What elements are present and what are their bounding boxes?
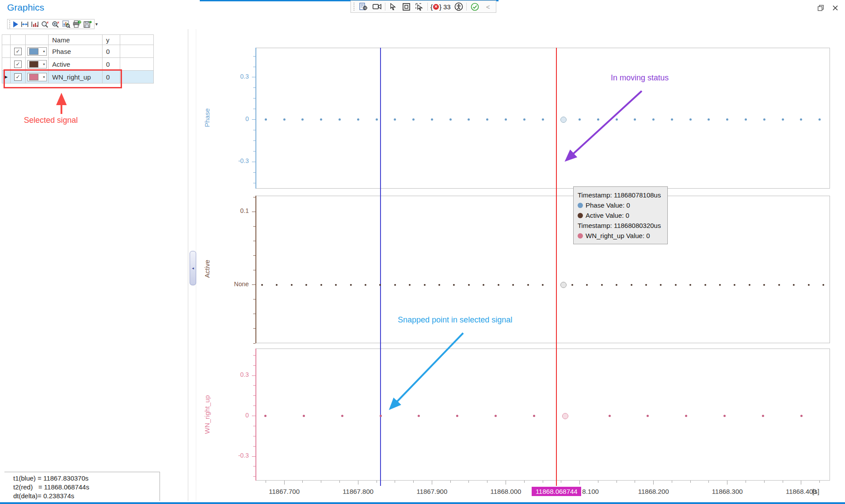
tooltip-wn-value: WN_right_up Value: 0 — [586, 231, 650, 241]
data-point — [409, 284, 411, 286]
signal-name[interactable]: Active — [49, 58, 103, 70]
y-tick-label: None — [205, 280, 249, 288]
color-dropdown[interactable]: ▾ — [27, 60, 47, 68]
datapoint-tooltip: Timestamp: 11868078108us Phase Value: 0 … — [573, 186, 668, 244]
splitter-collapse-handle[interactable]: ◂ — [190, 251, 196, 285]
data-point — [719, 284, 721, 286]
y-minor-tick — [253, 255, 255, 256]
close-window-button[interactable] — [830, 3, 841, 13]
measurement-toolbar: { ✕ } 33 < — [350, 0, 496, 13]
y-minor-tick — [253, 270, 255, 270]
snapped-point-Phase — [560, 117, 567, 123]
y-major-tick — [252, 119, 255, 120]
export-icon[interactable] — [84, 19, 92, 29]
x-major-tick — [727, 481, 727, 485]
data-point — [512, 284, 514, 286]
fit-y-axis-icon[interactable] — [31, 19, 39, 29]
y-minor-tick — [253, 436, 255, 436]
header-name[interactable]: Name — [49, 35, 103, 45]
cursor-line-t2-red[interactable] — [556, 48, 557, 481]
tooltip-active-value: Active Value: 0 — [586, 210, 629, 220]
restore-window-button[interactable] — [815, 3, 826, 13]
data-point — [261, 284, 263, 286]
signal-name[interactable]: Phase — [49, 45, 103, 57]
y-minor-tick — [253, 241, 255, 241]
zoom-x-in-icon[interactable]: x — [52, 19, 60, 29]
print-icon[interactable]: ? — [72, 19, 81, 29]
toolbar-grip[interactable] — [9, 20, 10, 28]
x-minor-tick — [468, 481, 469, 483]
data-point — [376, 118, 378, 121]
checkbox-cell: ✓ — [11, 58, 26, 70]
collapse-chevron-icon[interactable]: < — [483, 2, 493, 11]
visibility-checkbox[interactable]: ✓ — [14, 61, 22, 68]
data-point — [808, 284, 810, 286]
y-axis-line-Phase — [255, 48, 256, 189]
filler-cell — [120, 45, 154, 57]
x-minor-tick — [561, 481, 561, 483]
color-cell: ▾ — [26, 45, 49, 57]
data-point — [631, 284, 632, 286]
check-icon[interactable] — [469, 2, 480, 11]
table-row-phase[interactable]: ✓ ▾ Phase 0 — [2, 45, 154, 58]
x-major-tick — [432, 481, 432, 485]
camera-icon[interactable] — [372, 2, 382, 11]
y-minor-tick — [253, 395, 255, 396]
frame-icon[interactable] — [401, 2, 411, 11]
plot-frame-Active[interactable] — [255, 196, 830, 343]
data-point — [449, 118, 452, 121]
x-tick-label: 11867.900 — [405, 488, 458, 495]
row-marker-cell — [2, 45, 11, 57]
accessibility-icon[interactable] — [453, 2, 464, 11]
data-point — [609, 415, 611, 417]
toolbar-grip[interactable] — [354, 3, 356, 11]
pointer-icon[interactable] — [388, 2, 399, 11]
x-minor-tick — [543, 481, 543, 483]
x-minor-tick — [764, 481, 765, 483]
graphics-toolbar: x x ? ▼ — [7, 19, 95, 29]
signal-y[interactable]: 0 — [103, 45, 120, 57]
zoom-x-reset-icon[interactable]: x — [41, 19, 49, 29]
x-minor-tick — [339, 481, 340, 483]
x-cursor-tick-red — [556, 481, 557, 486]
table-row-active[interactable]: ✓ ▾ Active 0 — [2, 58, 154, 71]
x-major-tick — [358, 481, 358, 485]
zoom-select-icon[interactable] — [62, 19, 70, 29]
y-minor-tick — [253, 343, 255, 344]
active-dot-icon — [578, 213, 583, 218]
data-point — [645, 284, 647, 286]
snapped-point-annotation: Snapped point in selected signal — [398, 315, 512, 325]
data-point — [586, 284, 588, 286]
header-y[interactable]: y — [103, 35, 120, 45]
visibility-checkbox[interactable]: ✓ — [14, 48, 22, 55]
data-point — [350, 284, 352, 286]
data-point — [689, 118, 692, 121]
measurement-setup-icon[interactable] — [358, 2, 369, 11]
breakpoint-icon: ✕ — [433, 4, 439, 10]
x-major-tick — [653, 481, 654, 485]
y-minor-tick — [253, 476, 255, 477]
dropdown-caret-icon[interactable]: ▼ — [95, 19, 99, 29]
data-point — [498, 284, 499, 286]
signal-y[interactable]: 0 — [103, 58, 120, 70]
y-tick-label: 0 — [205, 412, 249, 419]
y-major-tick — [252, 284, 255, 285]
header-marker-col — [2, 35, 11, 45]
panel-splitter[interactable] — [188, 29, 188, 501]
y-tick-label: 0 — [205, 115, 249, 122]
table-header-row: Name y — [2, 34, 154, 45]
data-point — [468, 284, 470, 286]
y-major-tick — [252, 416, 255, 416]
pointer-snap-icon[interactable] — [414, 2, 425, 11]
toolbar-separator — [466, 3, 467, 11]
color-swatch — [29, 61, 38, 68]
color-dropdown[interactable]: ▾ — [27, 47, 47, 56]
breakpoint-count-badge[interactable]: { ✕ } 33 — [430, 3, 451, 11]
play-icon[interactable] — [12, 19, 19, 29]
selected-signal-highlight-box — [4, 69, 122, 88]
fit-x-axis-icon[interactable] — [21, 19, 29, 29]
y-major-tick — [252, 77, 255, 77]
x-tick-label: 11867.700 — [258, 488, 311, 495]
x-tick-label-partial: 8.100 — [582, 488, 599, 495]
data-point — [793, 284, 795, 286]
